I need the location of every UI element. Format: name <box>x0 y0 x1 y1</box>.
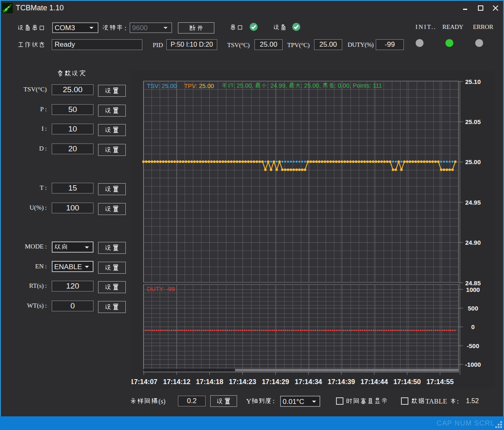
svg-text:-500: -500 <box>467 342 479 349</box>
svg-text:0: 0 <box>471 323 475 330</box>
svg-text:17:14:55: 17:14:55 <box>426 378 454 385</box>
svg-text:17:14:07: 17:14:07 <box>132 378 158 385</box>
svg-text:17:14:12: 17:14:12 <box>163 378 190 385</box>
svg-text:24.90: 24.90 <box>465 239 481 246</box>
svg-text:25.10: 25.10 <box>465 78 481 85</box>
svg-text:17:14:29: 17:14:29 <box>262 378 289 385</box>
svg-text:17:14:44: 17:14:44 <box>360 378 388 385</box>
svg-text:25.05: 25.05 <box>465 118 481 125</box>
svg-text:1000: 1000 <box>466 286 480 293</box>
svg-text:-1000: -1000 <box>465 361 481 368</box>
svg-text:24.95: 24.95 <box>465 199 481 206</box>
svg-text:17:14:18: 17:14:18 <box>196 378 223 385</box>
svg-text:17:14:39: 17:14:39 <box>328 378 355 385</box>
svg-text:17:14:23: 17:14:23 <box>229 378 256 385</box>
svg-text:25.00: 25.00 <box>465 158 481 165</box>
svg-text:17:14:50: 17:14:50 <box>394 378 421 385</box>
svg-text:17:14:34: 17:14:34 <box>295 378 322 385</box>
svg-text:24.85: 24.85 <box>465 280 481 287</box>
svg-text:500: 500 <box>468 305 478 312</box>
